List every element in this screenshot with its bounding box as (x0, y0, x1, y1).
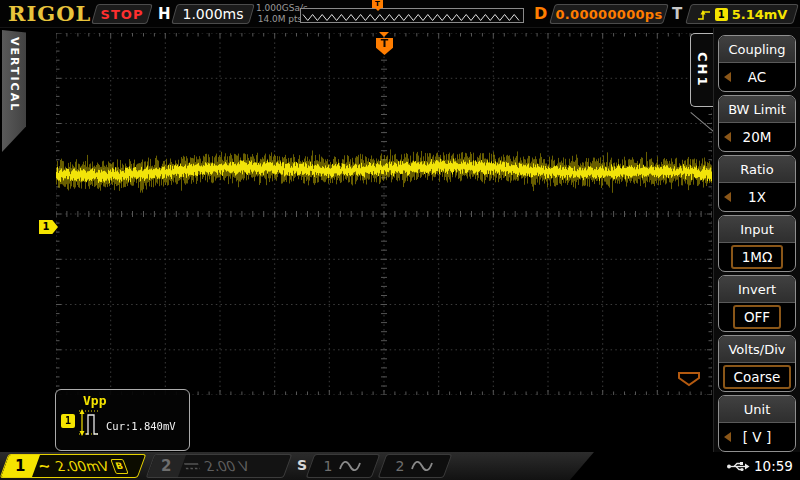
menu-value-ratio: 1X (748, 189, 766, 205)
source1-number: 1 (324, 458, 333, 474)
ch1-scale-value: 2.00mV (53, 458, 111, 474)
menu-item-bw-limit[interactable]: BW Limit 20M (718, 95, 796, 152)
menu-label-input: Input (719, 216, 795, 243)
bottom-status-bar: 1 ~ 2.00mV B 2 2.00 V S (0, 452, 800, 480)
waveform-preview (301, 11, 523, 24)
source1-sine-icon (338, 459, 362, 473)
ch2-scale-value: 2.00 V (202, 458, 251, 474)
measurement-box: Vpp 1 Cur:1.840mV Avg:1.910mV Min:1.600m… (55, 389, 190, 451)
usb-icon (726, 460, 750, 473)
menu-value-unit: [ V ] (743, 429, 771, 445)
oscilloscope-screen: RIGOL STOP H 1.000ms 1.000GSa/s 14.0M pt… (0, 0, 800, 480)
memory-depth: 14.0M pts (256, 14, 304, 25)
menu-value-input: 1MΩ (731, 245, 784, 269)
source2-button[interactable]: 2 (382, 454, 448, 478)
ch1-bw-limit-icon: B (110, 459, 128, 474)
menu-label-volts-div: Volts/Div (719, 336, 795, 363)
ch1-ac-coupling-icon: ~ (36, 461, 52, 471)
trigger-level-offscreen-icon (676, 371, 702, 387)
trigger-source-badge: 1 (715, 8, 728, 21)
menu-item-volts-div[interactable]: Volts/Div Coarse (718, 335, 796, 392)
trigger-level-value: 5.14mV (732, 7, 788, 22)
menu-item-unit[interactable]: Unit [ V ] (718, 395, 796, 452)
delay-value: 0.00000000ps (556, 7, 663, 22)
run-state-indicator: STOP (94, 4, 150, 24)
menu-value-bw-limit: 20M (743, 129, 772, 145)
channel2-number: 2 (161, 457, 171, 475)
run-state-label: STOP (101, 7, 144, 22)
menu-label-invert: Invert (719, 276, 795, 303)
channel1-button[interactable]: 1 ~ 2.00mV B (4, 454, 142, 478)
measurement-cur: Cur:1.840mV (106, 420, 176, 434)
menu-label-unit: Unit (719, 396, 795, 423)
source-label: S (297, 457, 307, 473)
menu-label-bw-limit: BW Limit (719, 96, 795, 123)
trigger-label: T (672, 5, 682, 23)
horizontal-position-strip (300, 8, 524, 23)
rigol-logo: RIGOL (8, 1, 91, 26)
menu-value-invert: OFF (733, 305, 781, 329)
trigger-position-tip (379, 32, 389, 37)
waveform-trace (56, 33, 712, 395)
timebase-indicator: 1.000ms (174, 4, 252, 24)
menu-value-volts-div: Coarse (723, 365, 792, 389)
sample-rate: 1.000GSa/s (256, 3, 304, 14)
channel1-number: 1 (15, 457, 25, 475)
channel2-button[interactable]: 2 2.00 V (150, 454, 288, 478)
source2-number: 2 (396, 458, 405, 474)
menu-label-coupling: Coupling (719, 36, 795, 63)
menu-item-input[interactable]: Input 1MΩ (718, 215, 796, 272)
top-status-bar: RIGOL STOP H 1.000ms 1.000GSa/s 14.0M pt… (0, 0, 800, 28)
source1-button[interactable]: 1 (310, 454, 376, 478)
delay-indicator: 0.00000000ps (552, 4, 666, 24)
source2-sine-icon (410, 459, 434, 473)
tab-ch1[interactable]: CH1 (690, 33, 714, 107)
horizontal-label: H (158, 5, 171, 23)
vertical-menu-tab[interactable]: VERTICAL (2, 30, 26, 152)
ch2-dc-coupling-icon (182, 460, 202, 472)
menu-value-coupling: AC (748, 69, 766, 85)
vpp-glyph-icon (76, 403, 102, 441)
horizontal-position-marker[interactable]: T (372, 0, 383, 8)
acquisition-info: 1.000GSa/s 14.0M pts (256, 3, 304, 25)
measurement-channel-badge: 1 (61, 414, 75, 428)
vertical-tab-label: VERTICAL (8, 30, 21, 152)
menu-label-ratio: Ratio (719, 156, 795, 183)
menu-item-ratio[interactable]: Ratio 1X (718, 155, 796, 212)
ch1-tab-label: CH1 (695, 52, 710, 87)
menu-item-coupling[interactable]: Coupling AC (718, 35, 796, 92)
trigger-status: 1 5.14mV (688, 4, 796, 24)
channel-menu-panel: Coupling AC BW Limit 20M Ratio 1X Input … (713, 28, 800, 452)
timebase-value: 1.000ms (182, 6, 243, 22)
menu-item-invert[interactable]: Invert OFF (718, 275, 796, 332)
rising-edge-icon (697, 8, 711, 21)
delay-label: D (534, 4, 547, 23)
clock: 10:59 (754, 458, 793, 474)
